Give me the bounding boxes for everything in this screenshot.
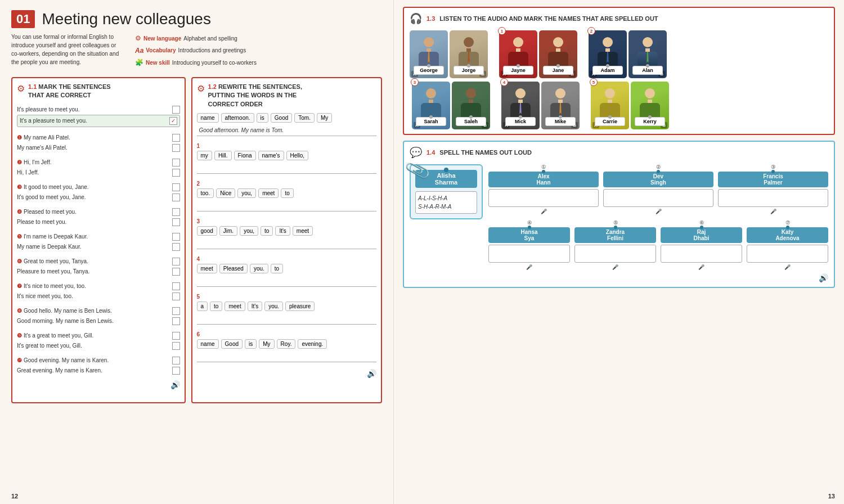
card-pair-sarah-saleh: 3 Sarah A xyxy=(412,82,490,129)
rewrite-answer-2[interactable] xyxy=(197,201,376,212)
checkbox-10-a[interactable] xyxy=(172,357,180,364)
checkbox-5-a[interactable] xyxy=(172,233,180,241)
card-kerry: Kerry B xyxy=(631,82,669,129)
checkbox-6-b[interactable] xyxy=(172,268,180,276)
spell-mic-3: 🎤 xyxy=(770,209,776,214)
word-chip: to xyxy=(261,226,273,236)
example-checkbox-b[interactable]: ✓ xyxy=(169,117,177,125)
checkbox-2-b[interactable] xyxy=(172,169,180,177)
spell-item-3: ③ FrancisPalmer 🎤 xyxy=(718,164,828,214)
word-chip: pleasure xyxy=(285,302,315,311)
checkbox-8-a[interactable] xyxy=(172,307,180,315)
checkbox-3-b[interactable] xyxy=(172,194,180,201)
word-chip: you, xyxy=(237,188,256,198)
example-rewrite: nameafternoon.isGoodTom.My Good afternoo… xyxy=(197,113,376,136)
exercise-1-2-box: ⚙ 1.2 REWRITE THE SENTENCES,PUTTING THE … xyxy=(191,77,382,403)
checkbox-4-a[interactable] xyxy=(172,208,180,216)
sentence-4-a: ❹Pleased to meet you. xyxy=(17,207,180,217)
word-chip: Jim. xyxy=(219,226,237,236)
spell-mic-5: 🎤 xyxy=(612,264,618,270)
spell-mic-6: 🎤 xyxy=(698,264,704,270)
word-chip: Roy. xyxy=(277,339,296,349)
word-chip: to xyxy=(210,302,222,311)
section-1-4-icon: 💬 xyxy=(410,146,422,159)
sentence-num-9: ❾ xyxy=(17,332,22,339)
checkbox-9-b[interactable] xyxy=(172,342,180,350)
spell-num-6: ⑥ xyxy=(699,220,704,226)
section-1-3-icon: 🎧 xyxy=(410,12,422,25)
word-chip: too. xyxy=(197,188,214,198)
card-mick: Mick A xyxy=(501,82,540,129)
spell-answer-6[interactable] xyxy=(661,245,742,263)
rewrite-sub-num-5: 5 xyxy=(197,294,376,300)
rewrite-answer-3[interactable] xyxy=(197,239,376,249)
section-1-4-title: SPELL THE NAMES OUT LOUD xyxy=(439,149,532,156)
sentence-group-10: ❿Good evening. My name is Karen. Great e… xyxy=(17,356,180,376)
section-1-3-box: 🎧 1.3 LISTEN TO THE AUDIO AND MARK THE N… xyxy=(403,7,835,135)
word-chip: you, xyxy=(240,226,258,236)
checkbox-1-b[interactable] xyxy=(172,144,180,152)
checkbox-8-b[interactable] xyxy=(172,317,180,325)
sentence-1-a: ❶My name Ali Patel. xyxy=(17,133,180,143)
pair-4-num: 4 xyxy=(500,78,508,86)
audio-button-1[interactable]: 🔊 xyxy=(17,380,180,389)
exercise-1-1-title: MARK THE SENTENCESTHAT ARE CORRECT xyxy=(28,83,111,98)
page-header: 01 Meeting new colleagues xyxy=(11,10,382,28)
sentence-group-1: ❶My name Ali Patel. My name's Ali Patel. xyxy=(17,133,180,153)
rewrite-answer-1[interactable] xyxy=(197,164,376,174)
rewrite-answer-4[interactable] xyxy=(197,277,376,287)
sentence-4-a-text: ❹Pleased to meet you. xyxy=(17,209,77,215)
checkbox-2-a[interactable] xyxy=(172,159,180,166)
spell-answer-5[interactable] xyxy=(574,245,656,263)
spell-item-5: ⑤ ZandraFellini 🎤 xyxy=(574,220,656,270)
spell-answer-7[interactable] xyxy=(747,245,828,263)
sentence-9-a-text: ❾It's a great to meet you, Gill. xyxy=(17,332,93,339)
mick-head xyxy=(515,88,526,98)
vocabulary-icon: Aa xyxy=(135,45,143,57)
rewrite-sub-num-6: 6 xyxy=(197,331,376,338)
sentence-group-2: ❷Hi, I'm Jeff. Hi, I Jeff. xyxy=(17,158,180,178)
rewrite-answer-6[interactable] xyxy=(197,352,376,362)
checkbox-6-a[interactable] xyxy=(172,258,180,266)
rewrite-answer-5[interactable] xyxy=(197,314,376,325)
sentence-1-b-text: My name's Ali Patel. xyxy=(17,145,68,151)
example-checkbox-a[interactable] xyxy=(172,106,180,114)
audio-button-3[interactable]: 🔊 xyxy=(819,273,828,282)
checkbox-5-b[interactable] xyxy=(172,243,180,251)
rewrite-sub-num-2: 2 xyxy=(197,181,376,187)
checkbox-4-b[interactable] xyxy=(172,218,180,226)
spell-answer-2[interactable] xyxy=(603,189,713,207)
checkbox-1-a[interactable] xyxy=(172,134,180,142)
spell-answer-1[interactable] xyxy=(488,189,599,207)
saleh-nametag: Saleh xyxy=(456,117,486,126)
word-chip: meet xyxy=(293,226,313,236)
checkbox-7-a[interactable] xyxy=(172,282,180,290)
checkbox-10-b[interactable] xyxy=(172,367,180,375)
pair-5-num: 5 xyxy=(590,78,598,86)
sentence-10-b: Great evening. My name is Karen. xyxy=(17,366,180,376)
word-chip: Tom. xyxy=(294,113,315,123)
alisha-section: 📎 AlishaSharma A-L-I-S-H-AS-H-A-R-M-A xyxy=(410,164,483,270)
sentence-10-a-text: ❿Good evening. My name is Karen. xyxy=(17,357,109,363)
checkbox-3-a[interactable] xyxy=(172,183,180,191)
sentence-9-b: It's great to meet you, Gill. xyxy=(17,341,180,351)
skill-label-3: New skill xyxy=(146,58,170,68)
word-chip: meet xyxy=(258,188,279,198)
cards-row-2: 3 Sarah A xyxy=(410,82,828,129)
checkbox-9-a[interactable] xyxy=(172,332,180,340)
sentence-6-a-text: ❻Great to meet you, Tanya. xyxy=(17,258,88,264)
spell-name-7: KatyAdenova xyxy=(747,227,828,243)
spell-answer-3[interactable] xyxy=(718,189,828,207)
sentence-num-7: ❼ xyxy=(17,283,22,289)
sentence-7-a: ❼It's nice to meet you, too. xyxy=(17,281,180,291)
sentence-2-b-text: Hi, I Jeff. xyxy=(17,169,39,176)
spell-answer-4[interactable] xyxy=(488,245,570,263)
example-sentence-a: It's pleasure to meet you. xyxy=(17,105,180,115)
audio-button-2[interactable]: 🔊 xyxy=(197,369,376,378)
alisha-answer: A-L-I-S-H-AS-H-A-R-M-A xyxy=(415,191,477,214)
kerry-nametag: Kerry xyxy=(635,117,665,126)
card-mike: Mike B xyxy=(541,82,580,129)
spell-mic-4: 🎤 xyxy=(526,264,532,270)
lesson-number: 01 xyxy=(11,10,35,28)
checkbox-7-b[interactable] xyxy=(172,292,180,300)
